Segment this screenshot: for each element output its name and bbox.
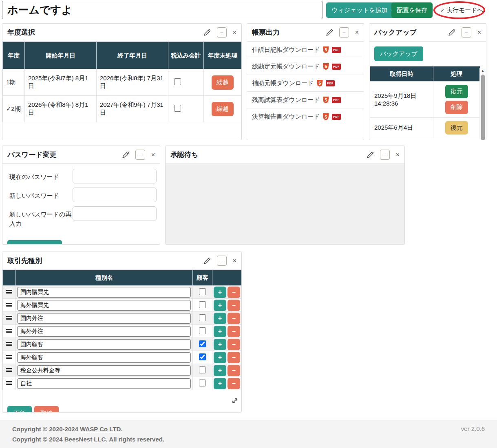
carry-over-button[interactable]: 繰越 xyxy=(212,102,234,116)
close-icon[interactable]: × xyxy=(233,29,236,36)
backup-button[interactable]: バックアップ xyxy=(374,46,423,61)
add-row-button[interactable]: + xyxy=(214,313,226,324)
wasp-link[interactable]: WASP Co LTD xyxy=(80,426,121,433)
remove-row-button[interactable]: − xyxy=(228,339,240,350)
customer-checkbox[interactable] xyxy=(199,288,206,295)
update-button[interactable]: 更新 xyxy=(7,406,32,413)
drag-handle-icon[interactable] xyxy=(6,380,12,386)
new-password-input[interactable] xyxy=(73,188,157,202)
page-title-input[interactable] xyxy=(2,1,322,19)
add-row-button[interactable]: + xyxy=(214,300,226,311)
remove-row-button[interactable]: − xyxy=(228,352,240,363)
drag-handle-icon[interactable] xyxy=(6,315,12,321)
remove-row-button[interactable]: − xyxy=(228,300,240,311)
partner-name-input[interactable] xyxy=(17,287,191,298)
customer-checkbox[interactable] xyxy=(199,314,206,321)
period-link[interactable]: 1期 xyxy=(6,79,15,86)
backup-datetime: 2025年6月4日 xyxy=(370,118,433,138)
customer-checkbox[interactable] xyxy=(199,340,206,347)
drag-handle-icon[interactable] xyxy=(6,302,12,308)
remove-row-button[interactable]: − xyxy=(228,365,240,376)
drag-handle-icon[interactable] xyxy=(6,289,12,295)
remove-row-button[interactable]: − xyxy=(228,313,240,324)
close-icon[interactable]: × xyxy=(233,258,236,264)
html5-icon[interactable]: 5 xyxy=(323,113,329,120)
customer-checkbox[interactable] xyxy=(199,380,206,386)
add-row-button[interactable]: + xyxy=(214,287,226,298)
partner-name-input[interactable] xyxy=(17,352,191,363)
customer-checkbox[interactable] xyxy=(199,327,206,334)
cancel-button[interactable]: 取消 xyxy=(34,406,59,413)
tax-included-checkbox[interactable] xyxy=(174,78,181,85)
edit-pencil-icon[interactable] xyxy=(203,29,211,36)
restore-button[interactable]: 復元 xyxy=(445,85,468,98)
collapse-icon[interactable]: − xyxy=(135,150,145,160)
partner-name-input[interactable] xyxy=(17,339,191,350)
collapse-icon[interactable]: − xyxy=(339,27,349,38)
add-row-button[interactable]: + xyxy=(214,378,226,389)
collapse-icon[interactable]: − xyxy=(217,256,227,266)
drag-handle-icon[interactable] xyxy=(6,367,12,373)
collapse-icon[interactable]: − xyxy=(380,150,390,160)
add-row-button[interactable]: + xyxy=(214,326,226,337)
add-row-button[interactable]: + xyxy=(214,365,226,376)
remove-row-button[interactable]: − xyxy=(228,378,240,389)
report-download-link[interactable]: 総勘定元帳ダウンロード xyxy=(252,63,320,71)
drag-handle-icon[interactable] xyxy=(6,341,12,347)
customer-checkbox[interactable] xyxy=(199,366,206,373)
remove-row-button[interactable]: − xyxy=(228,326,240,337)
report-download-link[interactable]: 補助元帳ダウンロード xyxy=(252,79,314,87)
collapse-icon[interactable]: − xyxy=(462,27,471,38)
partner-name-input[interactable] xyxy=(17,326,191,337)
edit-pencil-icon[interactable] xyxy=(326,29,333,36)
carry-over-button[interactable]: 繰越 xyxy=(212,75,234,90)
close-icon[interactable]: × xyxy=(151,152,155,158)
drag-handle-icon[interactable] xyxy=(6,354,12,360)
password-update-button[interactable]: パスワード更新 xyxy=(7,240,62,245)
pdf-icon[interactable]: PDF xyxy=(332,64,341,70)
scroll-up-icon[interactable]: ▲ xyxy=(480,69,486,73)
restore-button[interactable]: 復元 xyxy=(445,121,468,135)
pdf-icon[interactable]: PDF xyxy=(332,114,341,120)
partner-name-input[interactable] xyxy=(17,365,191,376)
partner-name-input[interactable] xyxy=(17,313,191,324)
delete-button[interactable]: 削除 xyxy=(445,101,468,114)
confirm-password-input[interactable] xyxy=(73,206,157,221)
edit-pencil-icon[interactable] xyxy=(367,151,374,159)
current-password-input[interactable] xyxy=(73,169,157,183)
tax-included-checkbox[interactable] xyxy=(174,105,181,112)
html5-icon[interactable]: 5 xyxy=(317,80,323,87)
beesnest-link[interactable]: BeesNest LLC xyxy=(64,436,106,443)
pdf-icon[interactable]: PDF xyxy=(326,80,335,86)
close-icon[interactable]: × xyxy=(396,152,400,158)
save-layout-button[interactable]: 配置を保存 xyxy=(391,2,433,18)
customer-checkbox[interactable] xyxy=(199,301,206,308)
add-widget-button[interactable]: ウィジェットを追加 ▼ xyxy=(326,2,399,18)
edit-pencil-icon[interactable] xyxy=(448,29,455,36)
close-icon[interactable]: × xyxy=(477,29,481,36)
collapse-icon[interactable]: − xyxy=(217,27,227,38)
add-row-button[interactable]: + xyxy=(214,339,226,350)
backup-scrollbar[interactable]: ▲ xyxy=(479,68,486,139)
html5-icon[interactable]: 5 xyxy=(323,63,329,70)
scrollbar-thumb[interactable] xyxy=(481,75,485,140)
remove-row-button[interactable]: − xyxy=(228,287,240,298)
exec-mode-button[interactable]: ✓ 実行モードへ xyxy=(440,7,484,14)
report-download-link[interactable]: 残高試算表ダウンロード xyxy=(252,96,320,104)
pdf-icon[interactable]: PDF xyxy=(332,47,341,53)
add-row-button[interactable]: + xyxy=(214,352,226,363)
widget-header: バックアップ − × xyxy=(369,24,486,42)
report-download-link[interactable]: 仕訳日記帳ダウンロード xyxy=(252,46,320,54)
html5-icon[interactable]: 5 xyxy=(323,46,329,53)
resize-handle-icon[interactable] xyxy=(231,397,239,404)
close-icon[interactable]: × xyxy=(355,29,359,36)
partner-name-input[interactable] xyxy=(17,300,191,311)
report-download-link[interactable]: 決算報告書ダウンロード xyxy=(252,113,320,121)
html5-icon[interactable]: 5 xyxy=(323,97,329,104)
edit-pencil-icon[interactable] xyxy=(203,257,211,265)
edit-pencil-icon[interactable] xyxy=(122,151,129,159)
drag-handle-icon[interactable] xyxy=(6,328,12,334)
pdf-icon[interactable]: PDF xyxy=(332,97,341,103)
customer-checkbox[interactable] xyxy=(199,353,206,360)
partner-name-input[interactable] xyxy=(17,378,191,389)
